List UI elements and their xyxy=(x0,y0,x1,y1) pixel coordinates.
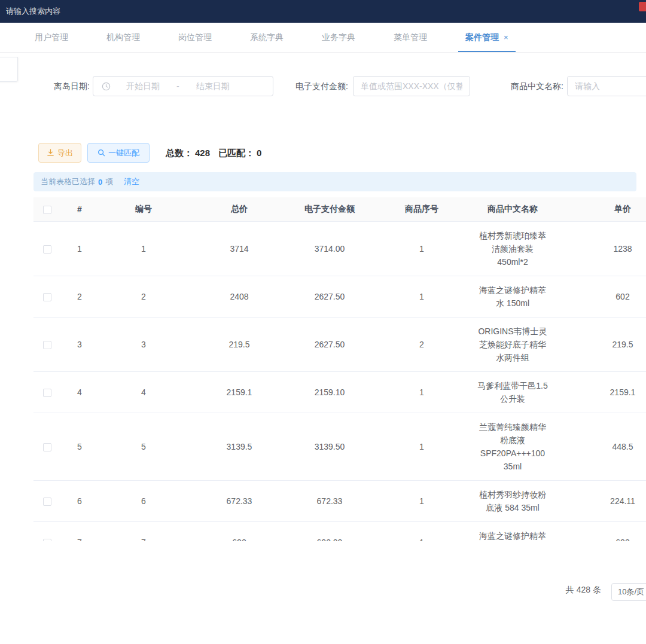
col-header-seq: 商品序号 xyxy=(370,197,474,221)
tab-label: 案件管理 xyxy=(465,32,499,43)
cell-name: 植村秀羽纱持妆粉底液 584 35ml xyxy=(474,480,551,521)
cell-epay: 2627.50 xyxy=(290,317,370,371)
table-row[interactable]: 1 1 3714 3714.00 1 植村秀新琥珀臻萃洁颜油套装 450ml*2… xyxy=(33,221,646,276)
one-click-match-button[interactable]: 一键匹配 xyxy=(87,143,150,163)
tab-label: 机构管理 xyxy=(106,32,140,43)
selection-info-bar: 当前表格已选择 0 项 清空 xyxy=(33,172,636,191)
depart-date-label: 离岛日期: xyxy=(42,76,90,96)
epay-amount-label: 电子支付金额: xyxy=(292,76,348,96)
epay-amount-input[interactable] xyxy=(353,76,470,96)
cell-unit: 448.5 xyxy=(551,413,646,480)
cell-index: 1 xyxy=(61,221,98,276)
select-all-checkbox[interactable] xyxy=(43,206,51,214)
product-name-input[interactable] xyxy=(567,76,646,96)
cell-seq: 1 xyxy=(370,480,474,521)
row-checkbox[interactable] xyxy=(43,539,51,541)
download-icon xyxy=(47,149,54,157)
cell-seq: 1 xyxy=(370,276,474,317)
tab-system-dict[interactable]: 系统字典 xyxy=(243,23,291,52)
tab-business-dict[interactable]: 业务字典 xyxy=(315,23,362,52)
row-checkbox[interactable] xyxy=(43,443,51,451)
table-row[interactable]: 5 5 3139.5 3139.50 1 兰蔻菁纯臻颜精华粉底液SPF20PA+… xyxy=(33,413,646,480)
tab-case-mgmt[interactable]: 案件管理 × xyxy=(458,23,516,52)
col-header-unit: 单价 xyxy=(551,197,646,221)
pagination-total: 共 428 条 xyxy=(511,585,601,596)
export-button[interactable]: 导出 xyxy=(38,143,81,163)
export-button-label: 导出 xyxy=(57,148,73,158)
date-separator: - xyxy=(175,81,181,91)
global-search-input[interactable]: 请输入搜索内容 xyxy=(6,6,60,17)
row-checkbox[interactable] xyxy=(43,293,51,301)
cell-seq: 1 xyxy=(370,413,474,480)
total-label: 总数： xyxy=(166,148,193,158)
table-row[interactable]: 2 2 2408 2627.50 1 海蓝之谜修护精萃水 150ml 602 xyxy=(33,276,646,317)
match-button-label: 一键匹配 xyxy=(108,148,139,158)
col-header-index: # xyxy=(61,197,98,221)
notification-badge[interactable] xyxy=(639,2,646,11)
cell-index: 6 xyxy=(61,480,98,521)
col-header-code: 编号 xyxy=(98,197,189,221)
search-icon xyxy=(97,149,105,157)
cell-total: 2408 xyxy=(189,276,290,317)
cell-seq: 2 xyxy=(370,317,474,371)
col-header-total: 总价 xyxy=(189,197,290,221)
cell-code: 3 xyxy=(98,317,189,371)
page-size-select[interactable]: 10条/页 xyxy=(611,583,646,601)
tab-post-mgmt[interactable]: 岗位管理 xyxy=(171,23,219,52)
cell-total: 3139.5 xyxy=(189,413,290,480)
data-table-container: # 编号 总价 电子支付金额 商品序号 商品中文名称 单价 1 1 3714 3… xyxy=(33,197,646,541)
cell-total: 672.33 xyxy=(189,480,290,521)
cell-seq: 1 xyxy=(370,221,474,276)
cell-total: 219.5 xyxy=(189,317,290,371)
end-date-input[interactable] xyxy=(181,81,245,91)
col-header-epay: 电子支付金额 xyxy=(290,197,370,221)
tab-menu-mgmt[interactable]: 菜单管理 xyxy=(386,23,434,52)
table-row[interactable]: 6 6 672.33 672.33 1 植村秀羽纱持妆粉底液 584 35ml … xyxy=(33,480,646,521)
tab-user-mgmt[interactable]: 用户管理 xyxy=(28,23,75,52)
row-checkbox[interactable] xyxy=(43,498,51,506)
cell-epay: 602.00 xyxy=(290,521,370,541)
cell-index: 2 xyxy=(61,276,98,317)
table-toolbar: 导出 一键匹配 总数：428已匹配：0 xyxy=(0,143,646,163)
filter-bar: 离岛日期: - 电子支付金额: 商品中文名称: xyxy=(0,76,646,96)
col-header-name: 商品中文名称 xyxy=(474,197,551,221)
cell-unit: 2159.1 xyxy=(551,371,646,413)
clock-icon xyxy=(102,82,111,91)
selection-suffix: 项 xyxy=(105,176,113,187)
cell-seq: 1 xyxy=(370,521,474,541)
table-row[interactable]: 4 4 2159.1 2159.10 1 马爹利蓝带干邑1.5公升装 2159.… xyxy=(33,371,646,413)
data-table: # 编号 总价 电子支付金额 商品序号 商品中文名称 单价 1 1 3714 3… xyxy=(33,197,646,541)
topbar: 请输入搜索内容 xyxy=(0,0,646,23)
cell-epay: 2159.10 xyxy=(290,371,370,413)
cell-total: 602 xyxy=(189,521,290,541)
date-range-picker[interactable]: - xyxy=(93,76,273,96)
cell-code: 2 xyxy=(98,276,189,317)
clear-selection-link[interactable]: 清空 xyxy=(124,176,139,187)
table-row[interactable]: 7 7 602 602.00 1 海蓝之谜修护精萃水 150ml 602 xyxy=(33,521,646,541)
cell-code: 6 xyxy=(98,480,189,521)
cell-total: 2159.1 xyxy=(189,371,290,413)
product-name-label: 商品中文名称: xyxy=(506,76,563,96)
start-date-input[interactable] xyxy=(111,81,175,91)
cell-index: 5 xyxy=(61,413,98,480)
cell-unit: 602 xyxy=(551,521,646,541)
table-stats: 总数：428已匹配：0 xyxy=(166,143,264,163)
cell-name: 兰蔻菁纯臻颜精华粉底液SPF20PA+++100 35ml xyxy=(474,413,551,480)
row-checkbox[interactable] xyxy=(43,245,51,254)
row-checkbox[interactable] xyxy=(43,341,51,349)
cell-unit: 602 xyxy=(551,276,646,317)
table-header-row: # 编号 总价 电子支付金额 商品序号 商品中文名称 单价 xyxy=(33,197,646,221)
cell-index: 3 xyxy=(61,317,98,371)
tab-org-mgmt[interactable]: 机构管理 xyxy=(99,23,147,52)
close-icon[interactable]: × xyxy=(504,33,508,42)
cell-unit: 219.5 xyxy=(551,317,646,371)
cell-epay: 2627.50 xyxy=(290,276,370,317)
cell-epay: 672.33 xyxy=(290,480,370,521)
row-checkbox[interactable] xyxy=(43,389,51,397)
matched-value: 0 xyxy=(257,148,261,158)
table-row[interactable]: 3 3 219.5 2627.50 2 ORIGINS韦博士灵芝焕能好底子精华水… xyxy=(33,317,646,371)
cell-total: 3714 xyxy=(189,221,290,276)
cell-name: 海蓝之谜修护精萃水 150ml xyxy=(474,276,551,317)
tab-label: 业务字典 xyxy=(322,32,355,43)
total-value: 428 xyxy=(195,148,210,158)
